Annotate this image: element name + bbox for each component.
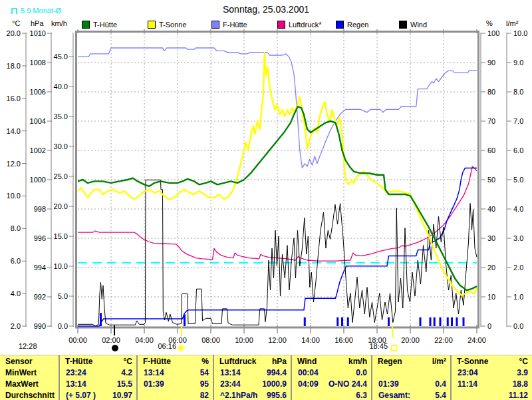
- tick-label-pressure: 1008: [30, 59, 46, 67]
- weather-chart: 2.04.06.08.010.012.014.016.018.020.09909…: [0, 0, 532, 355]
- tick-label-humidity: 70: [487, 117, 495, 125]
- tick-label-rain: 9.0: [513, 59, 523, 67]
- summary-min-time: 13:14: [214, 368, 241, 377]
- summary-sensor-unit: km/h: [348, 357, 371, 366]
- axis-temperature: 2.04.06.08.010.012.014.016.018.020.0: [7, 29, 27, 330]
- x-tick-label: 20:00: [401, 336, 420, 344]
- tick-label-temperature: 20.0: [7, 29, 21, 37]
- summary-max-value: 0.4: [435, 379, 450, 389]
- tick-label-rain: 0.0: [513, 322, 523, 330]
- tick-label-humidity: 60: [487, 146, 495, 154]
- x-tick-label: 00:00: [68, 336, 87, 344]
- tick-label-humidity: 0: [487, 322, 491, 330]
- summary-max-time: 01:39: [138, 379, 164, 389]
- tick-label-wind: 15.0: [54, 232, 68, 240]
- tick-label-humidity: 50: [487, 176, 495, 184]
- sun-icon: [177, 344, 185, 352]
- tick-label-pressure: 1010: [30, 29, 46, 37]
- summary-min-time: 00:04: [292, 368, 319, 377]
- x-tick-label: 24:00: [467, 336, 486, 344]
- tick-label-temperature: 6.0: [11, 257, 21, 265]
- summary-max-value: 18.8: [513, 379, 532, 389]
- summary-sensor-unit: °C: [124, 357, 136, 366]
- summary-row-label: MinWert: [0, 368, 37, 377]
- tick-label-humidity: 100: [487, 29, 499, 37]
- gridlines: [78, 33, 477, 326]
- summary-column-tsonne: T-Sonne°C23:043.911:1418.811.12: [450, 355, 532, 400]
- summary-row-label: MaxWert: [0, 379, 39, 389]
- summary-row-label: Durchschnitt: [0, 391, 55, 400]
- tick-label-humidity: 10: [487, 293, 495, 301]
- x-tick-label: 02:00: [102, 336, 120, 344]
- tick-label-rain: 8.0: [513, 88, 523, 96]
- summary-sensor-name: T-Hütte: [60, 357, 92, 366]
- x-tick-label: 14:00: [301, 336, 320, 344]
- tick-label-humidity: 30: [487, 234, 495, 242]
- tick-label-rain: 6.0: [513, 146, 523, 154]
- tick-label-temperature: 16.0: [7, 95, 21, 102]
- tick-label-humidity: 40: [487, 205, 495, 213]
- x-tick-label: 22:00: [434, 336, 453, 344]
- summary-min-time: 23:24: [60, 368, 86, 377]
- x-tick-label: 16:00: [334, 336, 353, 344]
- tick-label-rain: 10.0: [513, 29, 527, 37]
- summary-max-value: 15.5: [117, 379, 136, 389]
- summary-min-value: 994.4: [267, 368, 291, 377]
- moon-icon: [112, 345, 118, 351]
- tick-label-wind: 45.0: [54, 53, 68, 61]
- tick-label-wind: 10.0: [54, 262, 68, 270]
- summary-avg-value: 10.97: [112, 391, 136, 400]
- tick-label-rain: 7.0: [513, 117, 523, 125]
- summary-column-fhtte: F-Hütte%13:145401:399582: [136, 355, 213, 400]
- tick-label-wind: 20.0: [54, 202, 68, 210]
- x-tick-label: 12:00: [268, 336, 287, 344]
- summary-min-time: 23:04: [452, 368, 478, 377]
- x-tick-label: 10:00: [235, 336, 253, 344]
- axis-humidity: 0102030405060708090100: [481, 29, 499, 330]
- tick-label-pressure: 996: [34, 234, 46, 242]
- axis-wind: 0.05.010.015.020.025.030.035.040.045.0: [54, 33, 74, 330]
- summary-min-value: 54: [200, 368, 213, 377]
- tick-label-wind: 5.0: [58, 292, 68, 300]
- summary-column-wind: Windkm/h00:040.004:09O-NO 24.46.3: [291, 355, 371, 400]
- summary-sensor-unit: hPa: [272, 357, 291, 366]
- summary-avg-value: 6.3: [356, 391, 371, 400]
- summary-avg-value: 11.12: [509, 391, 532, 400]
- axis-pressure: 990992994996998100010021004100610081010: [30, 29, 52, 330]
- sunset-icon: [392, 345, 397, 351]
- summary-column-sensor: SensorMinWertMaxWertDurchschnitt: [0, 355, 59, 400]
- summary-min-value: 0.0: [356, 368, 371, 377]
- summary-sensor-name: Regen: [372, 357, 402, 366]
- summary-sensor-unit: °C: [519, 357, 532, 366]
- summary-avg-value: 5.4: [435, 391, 450, 400]
- tick-label-pressure: 990: [34, 322, 46, 330]
- summary-column-luftdruck: LuftdruckhPa13:14994.423:441000.9^2.1hPa…: [213, 355, 291, 400]
- tick-label-pressure: 992: [34, 293, 46, 301]
- moon-time-label: 12:28: [19, 342, 37, 350]
- summary-max-time: 11:14: [452, 379, 477, 389]
- tick-label-rain: 1.0: [513, 293, 523, 301]
- summary-sensor-name: Wind: [292, 357, 317, 366]
- x-axis-labels: 00:0002:0004:0006:0008:0010:0012:0014:00…: [68, 336, 486, 344]
- summary-avg-value: 995.6: [267, 391, 291, 400]
- weather-app-window: 5.9 Monat-Ø Sonntag, 25.03.2001 °C hPa k…: [0, 0, 532, 400]
- summary-sensor-name: F-Hütte: [138, 357, 171, 366]
- tick-label-wind: 25.0: [54, 172, 68, 180]
- sunset-time-label: 18:45: [354, 342, 388, 350]
- summary-avg-time: Gesamt:: [372, 391, 410, 400]
- tick-label-temperature: 4.0: [11, 290, 21, 298]
- tick-label-temperature: 8.0: [11, 224, 21, 232]
- summary-min-value: 3.9: [517, 368, 532, 377]
- axis-rain: 0.01.02.03.04.05.06.07.08.09.010.0: [507, 29, 527, 330]
- tick-label-temperature: 10.0: [7, 192, 21, 200]
- tick-label-temperature: 12.0: [7, 160, 21, 168]
- summary-avg-time: (+ 5.07 ): [60, 391, 96, 400]
- tick-label-rain: 5.0: [513, 176, 523, 184]
- tick-label-humidity: 90: [487, 59, 495, 67]
- tick-label-temperature: 14.0: [7, 127, 21, 135]
- tick-label-temperature: 18.0: [7, 62, 21, 70]
- tick-label-pressure: 1006: [30, 88, 46, 96]
- tick-label-pressure: 1000: [30, 176, 46, 184]
- summary-column-thtte: T-Hütte°C23:244.213:1415.5(+ 5.07 )10.97: [59, 355, 136, 400]
- tick-label-rain: 2.0: [513, 264, 523, 272]
